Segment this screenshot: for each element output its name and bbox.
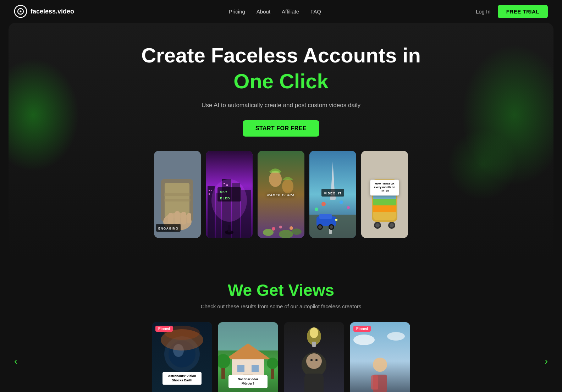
logo[interactable]: faceless.video <box>14 5 74 18</box>
social-cards-container: ‹ <box>14 322 548 392</box>
social-cards-row: Pinned Astronauts' Vision Shocks Earth <box>14 322 548 392</box>
section2-title: We Get Views <box>14 281 548 300</box>
svg-rect-20 <box>209 190 210 191</box>
svg-point-80 <box>267 358 278 369</box>
free-trial-button[interactable]: FREE TRIAL <box>498 5 548 18</box>
svg-point-2 <box>20 11 22 12</box>
nav-links: Pricing About Affiliate FAQ <box>229 9 321 15</box>
svg-rect-43 <box>319 214 332 219</box>
social-card-label-2: Nachbar oder Mörder? <box>231 377 265 386</box>
svg-point-47 <box>330 225 333 229</box>
hero-title-line1: Create Faceless Accounts in <box>23 44 539 67</box>
svg-point-91 <box>353 335 375 345</box>
svg-rect-48 <box>335 219 337 221</box>
arrow-left-button[interactable]: ‹ <box>14 355 17 367</box>
login-button[interactable]: Log In <box>476 9 491 15</box>
svg-point-33 <box>272 227 275 231</box>
svg-point-92 <box>387 332 405 341</box>
video-label-2: SKY BLED <box>220 190 230 200</box>
nav-faq[interactable]: FAQ <box>310 9 321 15</box>
video-card-1[interactable]: ENGAGING <box>154 151 201 238</box>
svg-rect-10 <box>175 211 180 225</box>
svg-point-87 <box>310 359 313 361</box>
nav-actions: Log In FREE TRIAL <box>476 5 548 18</box>
svg-point-86 <box>306 353 322 369</box>
svg-rect-26 <box>228 225 231 232</box>
social-card-2[interactable]: Nachbar oder Mörder? <box>218 322 278 392</box>
pinned-badge-1: Pinned <box>155 326 173 332</box>
nav-affiliate[interactable]: Affiliate <box>282 9 299 15</box>
svg-rect-22 <box>209 193 210 195</box>
video-cards-row: ENGAGING <box>23 151 539 238</box>
svg-rect-95 <box>371 375 378 390</box>
svg-rect-7 <box>164 199 191 201</box>
svg-rect-9 <box>168 213 173 225</box>
svg-rect-74 <box>237 365 244 372</box>
navbar: faceless.video Pricing About Affiliate F… <box>0 0 562 23</box>
svg-point-52 <box>315 208 318 211</box>
video-label-3: NAMED ELARA <box>267 193 295 197</box>
video-label-4: VIDEO, IT <box>324 192 342 195</box>
svg-point-35 <box>290 226 293 230</box>
svg-rect-12 <box>187 213 191 223</box>
video-label-1: ENGAGING <box>158 227 178 230</box>
svg-rect-89 <box>304 374 324 392</box>
social-card-3[interactable] <box>284 322 344 392</box>
video-label-5: How I make 2k every month on TikTok <box>373 182 396 193</box>
svg-point-31 <box>279 230 293 238</box>
svg-rect-59 <box>373 205 396 212</box>
svg-rect-6 <box>164 193 191 196</box>
svg-point-61 <box>375 223 380 227</box>
svg-point-49 <box>321 202 326 206</box>
svg-point-51 <box>347 206 350 209</box>
svg-point-30 <box>263 229 274 236</box>
nav-about[interactable]: About <box>257 9 270 15</box>
pinned-badge-4: Pinned <box>353 326 371 332</box>
svg-rect-24 <box>226 184 228 186</box>
svg-point-45 <box>318 225 322 229</box>
section2-subtitle: Check out these results from some of our… <box>14 303 548 309</box>
svg-rect-84 <box>312 342 316 347</box>
svg-point-93 <box>373 358 387 372</box>
start-free-button[interactable]: START FOR FREE <box>243 120 319 137</box>
svg-rect-11 <box>181 212 186 225</box>
arrow-right-button[interactable]: › <box>545 355 548 367</box>
svg-point-50 <box>340 200 343 204</box>
svg-point-88 <box>315 359 318 361</box>
social-proof-section: We Get Views Check out these results fro… <box>0 259 562 392</box>
nav-pricing[interactable]: Pricing <box>229 9 245 15</box>
svg-point-32 <box>292 228 302 235</box>
svg-point-63 <box>390 223 394 227</box>
social-card-1[interactable]: Pinned Astronauts' Vision Shocks Earth <box>152 322 212 392</box>
svg-point-34 <box>279 226 282 228</box>
svg-rect-38 <box>330 196 336 200</box>
svg-rect-23 <box>224 183 225 184</box>
hero-content: Create Faceless Accounts in One Click Us… <box>23 44 539 137</box>
hero-section: Create Faceless Accounts in One Click Us… <box>9 23 553 259</box>
video-card-5[interactable]: How I make 2k every month on TikTok <box>361 151 408 238</box>
hero-title-line2: One Click <box>23 69 539 94</box>
svg-rect-75 <box>252 365 259 372</box>
svg-point-83 <box>310 327 318 338</box>
svg-point-28 <box>269 171 282 187</box>
svg-rect-58 <box>373 199 396 205</box>
video-card-2[interactable]: SKY BLED <box>206 151 253 238</box>
social-card-label-1: Astronauts' Vision Shocks Earth <box>165 374 199 382</box>
logo-text: faceless.video <box>31 8 74 15</box>
svg-rect-21 <box>211 190 212 191</box>
video-card-3[interactable]: NAMED ELARA <box>258 151 304 238</box>
video-card-4[interactable]: VIDEO, IT <box>309 151 356 238</box>
social-card-4[interactable]: Pinned <box>350 322 410 392</box>
hero-subtitle: Use AI to automatically create and post … <box>23 102 539 109</box>
